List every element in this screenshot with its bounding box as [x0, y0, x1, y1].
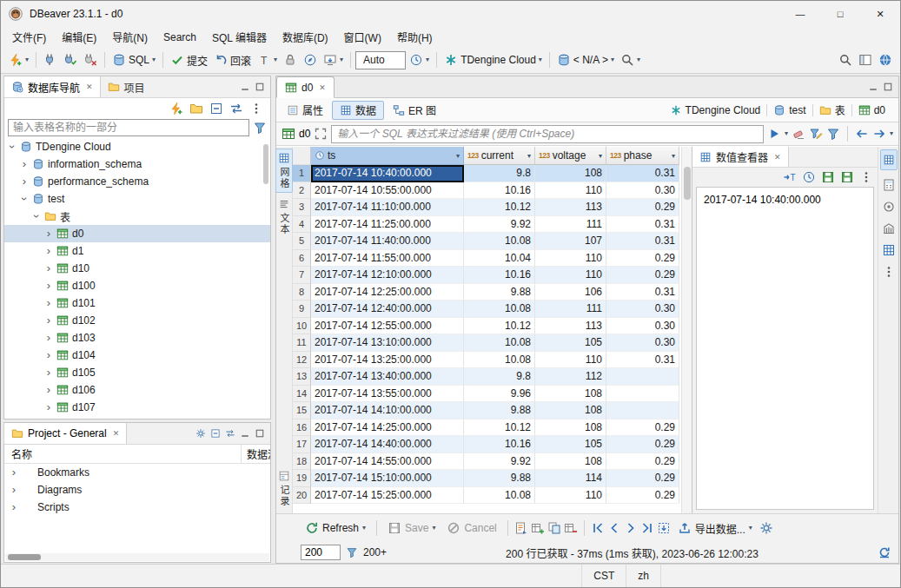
cell-voltage[interactable]: 108 — [535, 386, 606, 403]
reconnect-button[interactable] — [61, 50, 80, 70]
cell-phase[interactable]: 0.29 — [606, 250, 679, 268]
panel-strip-menu-icon[interactable] — [882, 265, 896, 279]
expand-chevron-icon[interactable]: › — [44, 403, 53, 412]
cell-ts[interactable]: 2017-07-14 10:55:00.000 — [311, 182, 464, 200]
cell-ts[interactable]: 2017-07-14 13:10:00.000 — [311, 334, 464, 352]
expand-chevron-icon[interactable]: › — [44, 368, 53, 377]
expand-chevron-icon[interactable]: › — [44, 299, 53, 307]
active-database-combo[interactable]: < N/A >▾ — [554, 50, 617, 70]
minimize-view-icon[interactable] — [240, 428, 250, 439]
scrollbar-thumb[interactable] — [684, 167, 691, 200]
link-with-editor-icon[interactable] — [229, 102, 243, 116]
column-header-current[interactable]: 123current▾ — [464, 147, 535, 165]
close-button[interactable]: ✕ — [860, 1, 900, 27]
cell-ts[interactable]: 2017-07-14 12:25:00.000 — [311, 284, 464, 301]
transaction-mode-button[interactable]: T▾ — [255, 50, 280, 70]
project-hscrollbar[interactable] — [5, 553, 269, 561]
cell-ts[interactable]: 2017-07-14 11:40:00.000 — [311, 233, 464, 250]
cell-current[interactable]: 9.88 — [464, 402, 535, 420]
breadcrumb-tables-folder[interactable]: 表 — [817, 102, 848, 117]
next-row-button[interactable] — [624, 521, 638, 535]
cell-phase[interactable]: 0.29 — [606, 470, 679, 487]
tab-properties[interactable]: 属性 — [280, 101, 330, 120]
row-number[interactable]: 8 — [293, 284, 311, 301]
cell-ts[interactable]: 2017-07-14 11:55:00.000 — [311, 250, 464, 268]
cell-ts[interactable]: 2017-07-14 13:55:00.000 — [311, 386, 464, 403]
cell-voltage[interactable]: 108 — [535, 453, 606, 471]
cell-ts[interactable]: 2017-07-14 12:55:00.000 — [311, 318, 464, 335]
close-icon[interactable]: ✕ — [113, 429, 120, 438]
result-settings-icon[interactable] — [759, 521, 773, 535]
expand-chevron-icon[interactable]: › — [20, 160, 29, 168]
readonly-toggle[interactable] — [281, 50, 300, 70]
cell-phase[interactable] — [606, 368, 679, 386]
connect-button[interactable] — [41, 50, 60, 70]
cell-ts[interactable]: 2017-07-14 13:40:00.000 — [311, 368, 464, 386]
expand-chevron-icon[interactable]: › — [10, 468, 18, 477]
calc-panel-toggle[interactable] — [882, 178, 896, 192]
cell-ts[interactable]: 2017-07-14 13:25:00.000 — [311, 352, 464, 369]
row-number[interactable]: 12 — [293, 352, 311, 369]
fetch-more-button[interactable]: 200+ — [363, 546, 387, 558]
active-connection-combo[interactable]: TDengine Cloud▾ — [441, 50, 545, 70]
cell-current[interactable]: 9.96 — [464, 386, 535, 403]
column-menu-icon[interactable]: ▾ — [599, 152, 602, 160]
nav-tree-item-d1[interactable]: ›d1 — [4, 242, 270, 260]
column-header-ts[interactable]: ts▾ — [311, 147, 464, 165]
link-with-editor-icon[interactable] — [225, 428, 235, 439]
gear-icon[interactable] — [195, 428, 206, 439]
table-filter-input[interactable] — [8, 119, 249, 136]
cell-current[interactable]: 10.16 — [464, 267, 535, 284]
commit-mode-combo[interactable]: Auto — [355, 51, 406, 69]
row-number[interactable]: 15 — [293, 402, 311, 420]
cell-phase[interactable]: 0.29 — [606, 199, 679, 216]
open-in-editor-icon[interactable]: T — [783, 170, 797, 184]
menu-search[interactable]: Search — [156, 29, 204, 46]
maximize-view-icon[interactable] — [255, 428, 265, 439]
row-number-header[interactable] — [293, 147, 311, 165]
cell-voltage[interactable]: 113 — [535, 318, 606, 335]
last-row-button[interactable] — [640, 521, 654, 535]
cell-ts[interactable]: 2017-07-14 14:25:00.000 — [311, 420, 464, 437]
cell-voltage[interactable]: 114 — [535, 470, 606, 487]
cell-phase[interactable]: 0.29 — [606, 453, 679, 471]
cell-ts[interactable]: 2017-07-14 11:25:00.000 — [311, 216, 464, 234]
cell-phase[interactable] — [606, 386, 679, 403]
nav-tree-item-d102[interactable]: ›d102 — [4, 312, 270, 329]
duplicate-row-button[interactable] — [547, 521, 561, 535]
auto-fetch-icon[interactable] — [878, 545, 891, 559]
sql-editor-button[interactable]: SQL▾ — [109, 50, 158, 70]
refresh-button[interactable]: Refresh▾ — [301, 518, 370, 538]
breadcrumb-database[interactable]: test — [771, 104, 808, 116]
nav-tree-item-d105[interactable]: ›d105 — [4, 364, 270, 381]
minimize-button[interactable]: — — [780, 1, 820, 27]
column-menu-icon[interactable]: ▾ — [672, 152, 675, 160]
cell-voltage[interactable]: 108 — [535, 420, 606, 437]
close-icon[interactable]: ✕ — [86, 83, 93, 91]
value-viewer-content[interactable]: 2017-07-14 10:40:00.000 — [696, 187, 874, 510]
save-value-as-icon[interactable] — [840, 170, 854, 184]
nav-tree-item-d10[interactable]: ›d10 — [4, 260, 270, 277]
cell-current[interactable]: 9.8 — [464, 165, 535, 182]
cell-current[interactable]: 10.08 — [464, 301, 535, 318]
nav-tree-item-TDengine Cloud[interactable]: ›TDengine Cloud — [4, 138, 270, 155]
cell-voltage[interactable]: 105 — [535, 334, 606, 352]
expand-chevron-icon[interactable]: › — [32, 212, 41, 221]
quick-search-button[interactable] — [836, 50, 855, 70]
cell-voltage[interactable]: 106 — [535, 284, 606, 301]
nav-tree-item-d103[interactable]: ›d103 — [4, 329, 270, 347]
name-column-header[interactable]: 名称 — [11, 446, 32, 461]
cell-phase[interactable]: 0.31 — [606, 233, 679, 250]
filter-icon[interactable] — [253, 121, 267, 135]
cell-voltage[interactable]: 112 — [535, 368, 606, 386]
tab-projects[interactable]: 项目 — [101, 76, 152, 97]
menu-navigate[interactable]: 导航(N) — [104, 27, 156, 47]
row-number[interactable]: 17 — [293, 436, 311, 453]
column-header-phase[interactable]: 123phase▾ — [606, 147, 679, 165]
view-menu-icon[interactable] — [249, 102, 263, 116]
community-button[interactable] — [876, 50, 895, 70]
expand-filter-icon[interactable] — [314, 127, 328, 141]
cell-phase[interactable]: 0.30 — [606, 318, 679, 335]
cell-voltage[interactable]: 107 — [535, 233, 606, 250]
navigation-history-icon[interactable]: ▾ — [890, 130, 893, 137]
